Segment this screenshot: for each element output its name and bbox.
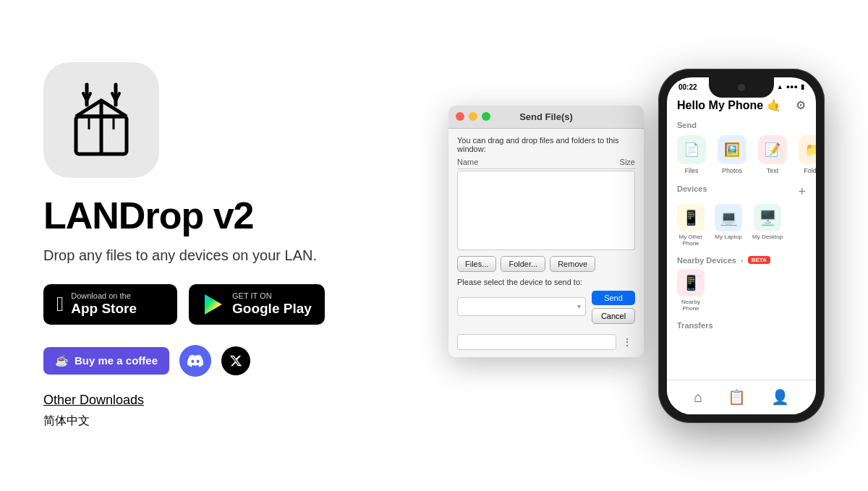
app-icon (43, 62, 159, 178)
wifi-icon: ▲ (777, 83, 783, 90)
app-store-small-text: Download on the (71, 291, 137, 301)
apple-icon:  (56, 294, 64, 315)
iphone-send-files[interactable]: 📄 Files (677, 135, 706, 174)
iphone-devices-section-row: Devices + (677, 184, 806, 200)
app-title: LANDrop v2 (43, 195, 420, 236)
photos-icon-box: 🖼️ (718, 135, 746, 164)
app-store-text: Download on the App Store (71, 291, 137, 317)
iphone-devices-list: 📱 My OtherPhone 💻 My Laptop 🖥️ My Deskto… (677, 204, 806, 247)
google-play-large-text: Google Play (232, 301, 312, 317)
text-label: Text (767, 167, 779, 174)
laptop-label: My Laptop (715, 234, 741, 241)
mac-device-input[interactable]: ▾ (457, 297, 586, 316)
left-section: LANDrop v2 Drop any files to any devices… (43, 62, 420, 428)
mac-device-chevron: ▾ (577, 302, 581, 310)
discord-icon (187, 353, 203, 369)
iphone-send-folder[interactable]: 📁 Folder (799, 135, 816, 174)
chinese-link[interactable]: 简体中文 (43, 414, 420, 429)
desktop-label: My Desktop (752, 234, 783, 241)
nearby-phone-device[interactable]: 📱 NearbyPhone (677, 269, 705, 312)
files-icon-box: 📄 (677, 135, 706, 164)
iphone-transfers-section-title: Transfers (677, 321, 806, 330)
iphone-send-text[interactable]: 📝 Text (758, 135, 787, 174)
mac-bottom-input[interactable] (457, 334, 616, 350)
mac-col-size: Size (620, 158, 635, 166)
mac-send-button[interactable]: Send (592, 291, 635, 305)
mac-drag-label: You can drag and drop files and folders … (457, 136, 635, 153)
profile-nav-icon[interactable]: 👤 (771, 388, 789, 406)
iphone-camera (738, 84, 745, 91)
text-icon-box: 📝 (758, 135, 787, 164)
iphone-device-other-phone[interactable]: 📱 My OtherPhone (677, 204, 705, 247)
mac-options-dots[interactable]: ⋮ (619, 336, 635, 348)
x-twitter-button[interactable] (221, 346, 250, 375)
mac-send-area: Send Cancel (592, 291, 635, 324)
mac-cancel-button[interactable]: Cancel (592, 308, 635, 324)
mac-table-header: Name Size (457, 158, 635, 169)
google-play-button[interactable]: GET IT ON Google Play (189, 284, 325, 325)
iphone-nearby-header: Nearby Devices › BETA (677, 256, 806, 265)
mac-dialog-title: Send File(s) (519, 111, 573, 122)
mac-bottom-bar: ⋮ (457, 331, 635, 350)
nearby-chevron-icon: › (741, 256, 744, 265)
app-description: Drop any files to any devices on your LA… (43, 247, 420, 264)
desktop-icon: 🖥️ (754, 204, 781, 231)
mac-maximize-dot[interactable] (482, 112, 490, 121)
x-twitter-icon (229, 354, 242, 367)
google-play-small-text: GET IT ON (232, 291, 312, 301)
mac-select-label: Please select the device to send to: (457, 278, 635, 286)
svg-marker-7 (205, 294, 222, 315)
iphone-add-device-button[interactable]: + (798, 184, 806, 200)
right-section: Send File(s) You can drag and drop files… (420, 69, 825, 423)
buy-coffee-label: Buy me a coffee (75, 354, 158, 367)
discord-button[interactable] (179, 345, 211, 377)
nearby-phone-icon: 📱 (677, 269, 705, 296)
folder-label: Folder (804, 167, 816, 174)
photos-label: Photos (722, 167, 742, 174)
mac-dialog-window: Send File(s) You can drag and drop files… (448, 106, 644, 357)
page-wrapper: LANDrop v2 Drop any files to any devices… (0, 0, 868, 491)
mac-file-drop-area[interactable] (457, 171, 635, 250)
iphone-devices-section-title: Devices (677, 184, 707, 193)
mac-folder-button[interactable]: Folder... (501, 256, 545, 272)
battery-icon: ▮ (801, 83, 804, 90)
google-play-text: GET IT ON Google Play (232, 291, 312, 317)
mac-files-button[interactable]: Files... (457, 256, 496, 272)
store-buttons:  Download on the App Store (43, 284, 420, 325)
mac-file-buttons: Files... Folder... Remove (457, 256, 635, 272)
mac-minimize-dot[interactable] (469, 112, 477, 121)
iphone-device-desktop[interactable]: 🖥️ My Desktop (752, 204, 783, 247)
mac-titlebar: Send File(s) (448, 106, 644, 129)
iphone-notch (709, 77, 774, 98)
laptop-icon: 💻 (715, 204, 742, 231)
social-buttons: ☕ Buy me a coffee (43, 345, 420, 377)
iphone-send-section-title: Send (677, 121, 806, 129)
iphone-settings-icon[interactable]: ⚙ (796, 98, 806, 112)
iphone-send-photos[interactable]: 🖼️ Photos (718, 135, 746, 174)
coffee-icon: ☕ (55, 354, 69, 367)
other-phone-label: My OtherPhone (679, 234, 703, 247)
files-label: Files (684, 167, 698, 174)
iphone-mockup: 00:22 ▲ ●●● ▮ Hello My Phone 🤙 ⚙ S (658, 69, 825, 423)
other-downloads-link[interactable]: Other Downloads (43, 393, 420, 408)
iphone-status-icons: ▲ ●●● ▮ (777, 83, 804, 90)
iphone-time: 00:22 (678, 83, 697, 91)
iphone-app-header: Hello My Phone 🤙 ⚙ (677, 98, 806, 112)
signal-icon: ●●● (786, 83, 798, 90)
files-nav-icon[interactable]: 📋 (728, 388, 746, 406)
buy-coffee-button[interactable]: ☕ Buy me a coffee (43, 347, 169, 375)
home-nav-icon[interactable]: ⌂ (694, 389, 702, 406)
iphone-send-icons: 📄 Files 🖼️ Photos 📝 Text 📁 (677, 135, 806, 174)
iphone-device-laptop[interactable]: 💻 My Laptop (715, 204, 742, 247)
iphone-nearby-devices: 📱 NearbyPhone (677, 269, 806, 312)
other-phone-icon: 📱 (677, 204, 705, 231)
iphone-screen: 00:22 ▲ ●●● ▮ Hello My Phone 🤙 ⚙ S (667, 77, 816, 414)
iphone-nearby-label: Nearby Devices (677, 256, 736, 265)
mac-close-dot[interactable] (456, 112, 464, 121)
mac-remove-button[interactable]: Remove (550, 256, 595, 272)
google-play-icon (202, 293, 225, 316)
app-store-button[interactable]:  Download on the App Store (43, 284, 177, 325)
mac-col-name: Name (457, 158, 478, 166)
nearby-phone-label: NearbyPhone (681, 299, 700, 312)
folder-icon-box: 📁 (799, 135, 816, 164)
